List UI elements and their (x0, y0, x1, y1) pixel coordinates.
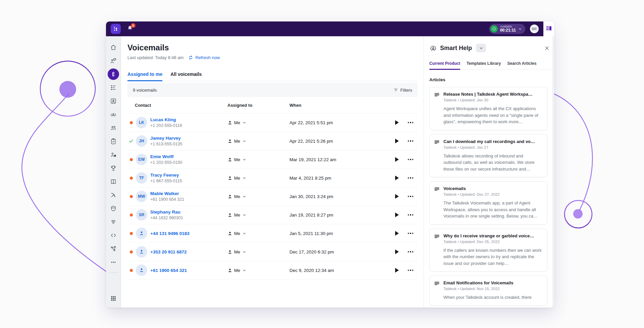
assigned-to-dropdown[interactable]: Me (227, 176, 286, 181)
sidebar-item-teams[interactable] (106, 121, 121, 135)
tab-all-voicemails[interactable]: All voicemails (170, 72, 202, 81)
sidebar-item-agents[interactable] (106, 108, 121, 121)
sidebar-item-apps[interactable] (106, 294, 121, 308)
sidebar-item-integrations[interactable] (106, 242, 121, 255)
contact-name-link[interactable]: Lucas Kling (150, 117, 227, 122)
row-menu-button[interactable] (404, 177, 418, 179)
article-title: Release Notes | Talkdesk Agent Workspa… (443, 92, 542, 97)
sidebar-item-collaboration[interactable] (106, 148, 121, 161)
avatar: LK (136, 117, 147, 128)
play-button[interactable] (395, 176, 399, 180)
sidebar-item-developer[interactable] (106, 229, 121, 242)
document-icon (434, 92, 440, 98)
play-button[interactable] (395, 157, 399, 162)
app-window: t 5 Available 00:21:11 BR (106, 21, 554, 308)
sidebar-item-voicemails[interactable] (106, 67, 121, 81)
play-button[interactable] (395, 194, 399, 199)
notifications-button[interactable]: 5 (127, 25, 133, 33)
chevron-down-icon (243, 139, 246, 143)
tab-current-product[interactable]: Current Product (429, 61, 460, 70)
more-ellipsis-icon (110, 259, 117, 266)
table-row: EW Emie Wolff+1 202-555-0150 Me Mar 19, … (127, 150, 418, 169)
assigned-to-dropdown[interactable]: Me (227, 120, 286, 125)
book-icon (110, 178, 117, 185)
row-menu-button[interactable] (404, 122, 418, 123)
sidebar-item-identity[interactable] (106, 215, 121, 229)
sidebar-divider (109, 272, 118, 273)
sidebar-item-knowledge-base[interactable] (106, 175, 121, 188)
sidebar-item-tasks[interactable] (106, 135, 121, 148)
filter-icon (393, 88, 398, 92)
contact-number-link[interactable]: +61 1900 654 321 (150, 268, 227, 273)
panel-toggle-button[interactable] (545, 25, 552, 32)
chevron-down-icon (243, 195, 246, 198)
contact-number-link[interactable]: +353 20 911 6872 (150, 249, 227, 254)
row-menu-button[interactable] (404, 140, 418, 142)
sidebar-item-activity[interactable] (106, 81, 121, 94)
play-button[interactable] (395, 139, 399, 143)
sidebar-item-home[interactable] (106, 41, 121, 54)
when-value: Mar 19, 2021 12:22 am (286, 157, 390, 162)
row-menu-button[interactable] (404, 196, 418, 197)
contact-name-link[interactable]: Jamey Harvey (150, 136, 227, 141)
smart-help-dropdown-button[interactable] (476, 44, 486, 52)
row-menu-button[interactable] (404, 214, 418, 216)
agent-status-dropdown[interactable]: Available 00:21:11 (489, 24, 525, 34)
avatar (136, 228, 147, 239)
sidebar-item-contacts[interactable] (106, 94, 121, 108)
filters-button[interactable]: Filters (393, 88, 412, 93)
unread-dot-icon (130, 269, 133, 272)
talkdesk-logo-icon[interactable]: t (111, 24, 121, 34)
contact-name-link[interactable]: Emie Wolff (150, 154, 227, 159)
sidebar-item-gamification[interactable] (106, 161, 121, 175)
table-row: +353 20 911 6872 Me Dec 17, 2020 6:32 pm (127, 242, 418, 261)
assigned-to-dropdown[interactable]: Me (227, 268, 286, 273)
code-icon (110, 232, 117, 239)
play-button[interactable] (395, 213, 399, 217)
assigned-to-dropdown[interactable]: Me (227, 231, 286, 236)
contact-number-link[interactable]: +44 131 9496 0183 (150, 231, 227, 236)
assigned-to-dropdown[interactable]: Me (227, 194, 286, 199)
play-button[interactable] (395, 231, 399, 236)
play-button[interactable] (395, 120, 399, 125)
tab-assigned-to-me[interactable]: Assigned to me (127, 72, 162, 81)
row-menu-button[interactable] (404, 159, 418, 160)
play-button[interactable] (395, 268, 399, 273)
article-card[interactable]: Email Notifications for Voicemails Talde… (429, 276, 547, 306)
article-card[interactable]: Release Notes | Talkdesk Agent Workspa… … (429, 87, 547, 130)
row-menu-button[interactable] (404, 251, 418, 252)
close-icon (544, 46, 549, 51)
article-card[interactable]: Voicemails Taldesk • Updated: Dec 27, 20… (429, 181, 547, 225)
article-card[interactable]: Can I download my call recordings and vo… (429, 134, 547, 178)
row-menu-button[interactable] (404, 233, 418, 234)
contact-name-link[interactable]: Tracy Feeney (150, 173, 227, 178)
article-card[interactable]: Why do I receive strange or garbled voic… (429, 229, 547, 272)
contact-name-link[interactable]: Mable Walker (150, 191, 227, 196)
contact-card-icon (110, 98, 117, 104)
article-excerpt: Talkdesk allows recording of inbound and… (443, 153, 542, 173)
assigned-to-dropdown[interactable]: Me (227, 157, 286, 162)
row-menu-button[interactable] (404, 270, 418, 271)
sidebar-item-more[interactable] (106, 255, 121, 269)
refresh-now-button[interactable]: Refresh now (188, 55, 220, 60)
list-toolbar: 9 voicemails Filters (127, 83, 418, 97)
play-button[interactable] (395, 249, 399, 254)
assigned-to-dropdown[interactable]: Me (227, 249, 286, 254)
avatar: EW (136, 154, 147, 165)
contact-name-link[interactable]: Stephany Rau (150, 209, 227, 215)
table-row: +61 1900 654 321 Me Dec 9, 2020 12:34 am (127, 261, 418, 279)
article-title: Voicemails (443, 186, 542, 191)
chevron-down-icon (243, 121, 246, 125)
person-icon (227, 249, 232, 254)
tab-search-articles[interactable]: Search Articles (507, 61, 537, 70)
smart-help-close-button[interactable] (544, 46, 549, 51)
assigned-to-dropdown[interactable]: Me (227, 139, 286, 144)
tab-templates-library[interactable]: Templates Library (467, 61, 501, 70)
sidebar-item-security[interactable] (106, 202, 121, 215)
sidebar-item-conversations[interactable] (106, 54, 121, 67)
smart-help-title: Smart Help (440, 45, 472, 52)
user-avatar[interactable]: BR (530, 25, 539, 33)
voicemail-tabs: Assigned to me All voicemails (127, 72, 418, 81)
assigned-to-dropdown[interactable]: Me (227, 213, 286, 218)
sidebar-item-flows[interactable] (106, 188, 121, 202)
